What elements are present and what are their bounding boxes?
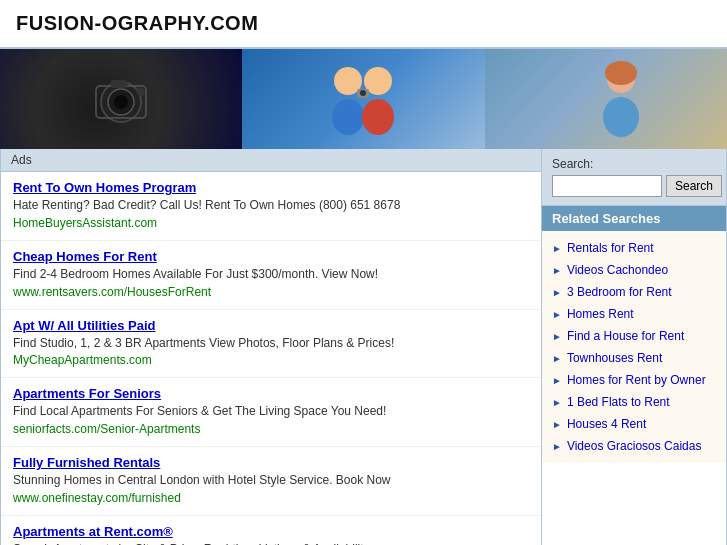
related-link-8[interactable]: Houses 4 Rent	[567, 417, 646, 431]
ad-url-2[interactable]: MyCheapApartments.com	[13, 353, 529, 367]
ad-url-1[interactable]: www.rentsavers.com/HousesForRent	[13, 285, 529, 299]
search-button[interactable]: Search	[666, 175, 722, 197]
related-link-7[interactable]: 1 Bed Flats to Rent	[567, 395, 670, 409]
ad-block: Fully Furnished Rentals Stunning Homes i…	[1, 447, 541, 516]
related-link-4[interactable]: Find a House for Rent	[567, 329, 684, 343]
ad-title-2[interactable]: Apt W/ All Utilities Paid	[13, 318, 529, 333]
related-link-2[interactable]: 3 Bedroom for Rent	[567, 285, 672, 299]
svg-point-9	[362, 99, 394, 135]
related-item: ► Videos Cachondeo	[542, 259, 726, 281]
related-arrow-icon: ►	[552, 287, 562, 298]
related-item: ► Homes for Rent by Owner	[542, 369, 726, 391]
related-link-0[interactable]: Rentals for Rent	[567, 241, 654, 255]
ad-block: Apt W/ All Utilities Paid Find Studio, 1…	[1, 310, 541, 379]
ad-url-4[interactable]: www.onefinestay.com/furnished	[13, 491, 529, 505]
woman-icon	[556, 59, 656, 139]
related-item: ► Videos Graciosos Caidas	[542, 435, 726, 457]
ads-header-label: Ads	[1, 149, 541, 172]
ad-desc-5: Search Apartments by City & Price. Real-…	[13, 541, 529, 545]
related-item: ► 1 Bed Flats to Rent	[542, 391, 726, 413]
svg-rect-4	[111, 80, 127, 88]
ad-block: Apartments at Rent.com® Search Apartment…	[1, 516, 541, 545]
svg-point-2	[114, 95, 128, 109]
ad-title-0[interactable]: Rent To Own Homes Program	[13, 180, 529, 195]
site-title: FUSION-OGRAPHY.COM	[16, 12, 711, 35]
related-item: ► Find a House for Rent	[542, 325, 726, 347]
related-arrow-icon: ►	[552, 331, 562, 342]
svg-point-13	[603, 97, 639, 137]
ad-block: Cheap Homes For Rent Find 2-4 Bedroom Ho…	[1, 241, 541, 310]
ad-url-3[interactable]: seniorfacts.com/Senior-Apartments	[13, 422, 529, 436]
related-searches-list: ► Rentals for Rent ► Videos Cachondeo ► …	[542, 231, 726, 463]
ad-title-5[interactable]: Apartments at Rent.com®	[13, 524, 529, 539]
related-link-3[interactable]: Homes Rent	[567, 307, 634, 321]
related-searches-header: Related Searches	[542, 206, 726, 231]
ad-desc-4: Stunning Homes in Central London with Ho…	[13, 472, 529, 489]
svg-point-11	[360, 90, 366, 96]
banner-camera	[0, 49, 242, 149]
banner	[0, 49, 727, 149]
related-arrow-icon: ►	[552, 441, 562, 452]
related-item: ► 3 Bedroom for Rent	[542, 281, 726, 303]
camera-icon	[81, 64, 161, 134]
ad-desc-3: Find Local Apartments For Seniors & Get …	[13, 403, 529, 420]
ad-desc-1: Find 2-4 Bedroom Homes Available For Jus…	[13, 266, 529, 283]
related-link-1[interactable]: Videos Cachondeo	[567, 263, 668, 277]
content-area: Ads Rent To Own Homes Program Hate Renti…	[0, 149, 727, 545]
related-item: ► Homes Rent	[542, 303, 726, 325]
related-item: ► Rentals for Rent	[542, 237, 726, 259]
ad-desc-0: Hate Renting? Bad Credit? Call Us! Rent …	[13, 197, 529, 214]
related-arrow-icon: ►	[552, 353, 562, 364]
ad-desc-2: Find Studio, 1, 2 & 3 BR Apartments View…	[13, 335, 529, 352]
banner-kids	[242, 49, 484, 149]
banner-right	[485, 49, 727, 149]
ad-url-0[interactable]: HomeBuyersAssistant.com	[13, 216, 529, 230]
search-row: Search	[552, 175, 716, 197]
svg-point-7	[332, 99, 364, 135]
related-arrow-icon: ►	[552, 375, 562, 386]
related-link-5[interactable]: Townhouses Rent	[567, 351, 662, 365]
related-item: ► Houses 4 Rent	[542, 413, 726, 435]
related-link-6[interactable]: Homes for Rent by Owner	[567, 373, 706, 387]
search-box-area: Search: Search	[542, 149, 726, 206]
ad-block: Apartments For Seniors Find Local Apartm…	[1, 378, 541, 447]
ad-title-4[interactable]: Fully Furnished Rentals	[13, 455, 529, 470]
right-column: Search: Search Related Searches ► Rental…	[542, 149, 727, 545]
related-arrow-icon: ►	[552, 419, 562, 430]
related-arrow-icon: ►	[552, 265, 562, 276]
svg-point-5	[137, 88, 145, 96]
ad-title-3[interactable]: Apartments For Seniors	[13, 386, 529, 401]
ad-block: Rent To Own Homes Program Hate Renting? …	[1, 172, 541, 241]
search-input[interactable]	[552, 175, 662, 197]
main-column: Ads Rent To Own Homes Program Hate Renti…	[0, 149, 542, 545]
ads-container: Rent To Own Homes Program Hate Renting? …	[1, 172, 541, 545]
ad-title-1[interactable]: Cheap Homes For Rent	[13, 249, 529, 264]
related-arrow-icon: ►	[552, 309, 562, 320]
related-arrow-icon: ►	[552, 397, 562, 408]
related-arrow-icon: ►	[552, 243, 562, 254]
site-header: FUSION-OGRAPHY.COM	[0, 0, 727, 49]
search-label: Search:	[552, 157, 716, 171]
svg-point-14	[605, 61, 637, 85]
related-link-9[interactable]: Videos Graciosos Caidas	[567, 439, 702, 453]
kids-icon	[313, 59, 413, 139]
related-item: ► Townhouses Rent	[542, 347, 726, 369]
